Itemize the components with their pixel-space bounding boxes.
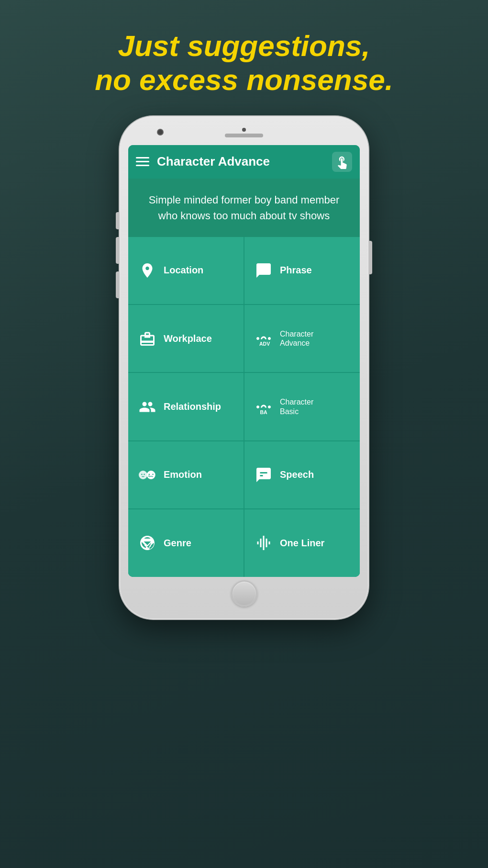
one-liner-cell[interactable]: One Liner (244, 509, 360, 576)
emotion-label: Emotion (164, 469, 202, 480)
one-liner-label: One Liner (280, 538, 324, 549)
speech-label: Speech (280, 469, 314, 480)
mute-button (116, 212, 120, 229)
menu-button[interactable] (136, 157, 149, 166)
volume-down-button (116, 271, 120, 298)
genre-cell[interactable]: Genre (128, 509, 244, 576)
phrase-icon (254, 261, 273, 280)
relationship-icon (138, 397, 157, 417)
workplace-cell[interactable]: Workplace (128, 305, 244, 372)
tagline-line2: no excess nonsense. (95, 63, 393, 97)
svg-text:ADV: ADV (259, 341, 270, 347)
phone-top-bar (128, 125, 360, 142)
svg-text:BA: BA (260, 409, 268, 415)
svg-point-3 (147, 471, 155, 479)
tagline: Just suggestions, no excess nonsense. (95, 29, 393, 97)
character-basic-cell[interactable]: BA CharacterBasic (244, 373, 360, 440)
one-liner-icon (254, 533, 273, 552)
genre-icon (138, 533, 157, 552)
power-btn (368, 241, 372, 274)
svg-point-7 (152, 473, 154, 475)
character-advance-label: CharacterAdvance (280, 329, 313, 348)
svg-point-6 (149, 473, 150, 475)
speech-icon (254, 465, 273, 485)
relationship-cell[interactable]: Relationship (128, 373, 244, 440)
svg-point-2 (139, 471, 147, 479)
location-icon (138, 261, 157, 280)
svg-point-5 (144, 473, 145, 475)
workplace-icon (138, 329, 157, 348)
svg-point-4 (141, 473, 143, 475)
hand-tap-icon (335, 155, 349, 169)
earpiece (225, 134, 263, 137)
emotion-cell[interactable]: Emotion (128, 441, 244, 508)
home-button[interactable] (231, 580, 257, 607)
relationship-label: Relationship (164, 401, 221, 412)
proximity-sensor (242, 128, 246, 132)
location-label: Location (164, 265, 203, 276)
character-description: Simple minded former boy band member who… (128, 179, 360, 237)
location-cell[interactable]: Location (128, 237, 244, 304)
volume-buttons (116, 212, 120, 298)
power-button (368, 241, 372, 274)
workplace-label: Workplace (164, 333, 212, 344)
front-camera (157, 129, 164, 135)
phone-bottom (231, 577, 257, 610)
character-basic-icon: BA (254, 397, 273, 417)
volume-up-button (116, 237, 120, 264)
genre-label: Genre (164, 538, 191, 549)
character-advance-icon: ADV (254, 329, 273, 348)
phrase-label: Phrase (280, 265, 312, 276)
speech-cell[interactable]: Speech (244, 441, 360, 508)
app-title: Character Advance (157, 154, 332, 169)
character-advance-cell[interactable]: ADV CharacterAdvance (244, 305, 360, 372)
tap-button[interactable] (332, 152, 352, 172)
phone-screen: Character Advance Simple minded former b… (128, 145, 360, 577)
character-basic-label: CharacterBasic (280, 397, 313, 416)
emotion-icon (138, 465, 157, 485)
phone-shell: Character Advance Simple minded former b… (120, 116, 368, 619)
phrase-cell[interactable]: Phrase (244, 237, 360, 304)
app-header: Character Advance (128, 145, 360, 179)
category-grid: Location Phrase Workplace (128, 237, 360, 577)
character-description-text: Simple minded former boy band member who… (140, 192, 348, 224)
tagline-line1: Just suggestions, (95, 29, 393, 63)
